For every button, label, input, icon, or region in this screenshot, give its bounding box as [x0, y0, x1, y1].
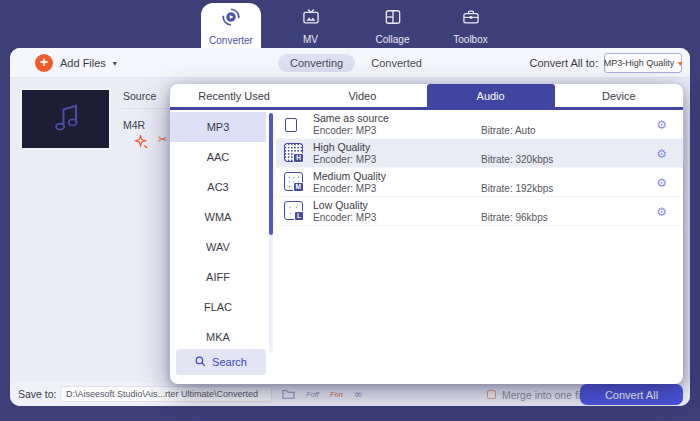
popup-tab-label: Audio — [477, 90, 505, 102]
hw-accel-off-icon[interactable]: Foff — [306, 390, 319, 399]
profile-name: High Quality — [313, 141, 370, 153]
tab-toolbox-label: Toolbox — [453, 34, 487, 45]
hw-accel-on-icon[interactable]: Fon — [330, 390, 343, 399]
profile-row[interactable]: Medium Quality Encoder: MP3 Bitrate: 192… — [276, 168, 683, 197]
collage-grid-icon — [383, 7, 403, 31]
gear-icon[interactable]: ⚙ — [656, 118, 667, 132]
file-format-label: M4R — [123, 119, 145, 131]
search-icon — [195, 356, 206, 369]
profile-bitrate: Bitrate: 96kbps — [481, 212, 548, 223]
format-item[interactable]: MKA — [170, 322, 266, 352]
music-note-icon — [46, 98, 86, 140]
format-item[interactable]: AAC — [170, 142, 266, 172]
output-profile-value: MP3-High Quality — [604, 58, 675, 68]
merge-checkbox[interactable] — [487, 390, 496, 399]
toolbox-briefcase-icon — [461, 7, 481, 31]
popup-tab[interactable]: Video — [298, 84, 426, 107]
convert-all-button[interactable]: Convert All — [580, 384, 683, 405]
format-item[interactable]: AIFF — [170, 262, 266, 292]
search-label: Search — [212, 356, 247, 368]
format-item[interactable]: MP3 — [170, 112, 266, 142]
converter-icon — [220, 6, 242, 32]
search-button[interactable]: Search — [176, 349, 266, 375]
format-picker-popup: Recently Used Video Audio Device — [170, 84, 683, 384]
popup-body: MP3 AAC AC3 WMA — [170, 110, 683, 381]
profile-list: Same as source Encoder: MP3 Bitrate: Aut… — [276, 110, 683, 381]
chevron-down-icon: ▾ — [678, 59, 682, 68]
format-list: MP3 AAC AC3 WMA — [170, 112, 276, 352]
format-item-label: WMA — [205, 211, 232, 223]
output-profile-dropdown[interactable]: MP3-High Quality ▾ — [604, 53, 682, 73]
format-item[interactable]: WAV — [170, 232, 266, 262]
loop-icon[interactable]: ∞ — [354, 388, 363, 401]
format-item[interactable]: AC3 — [170, 172, 266, 202]
profile-row[interactable]: Low Quality Encoder: MP3 Bitrate: 96kbps… — [276, 197, 683, 226]
format-item-label: MKA — [206, 331, 230, 343]
profile-bitrate: Bitrate: 192kbps — [481, 183, 553, 194]
tab-mv-label: MV — [303, 34, 318, 45]
popup-tab[interactable]: Audio — [427, 84, 555, 107]
gear-icon[interactable]: ⚙ — [656, 205, 667, 219]
file-source-label: Source — [123, 90, 156, 102]
format-item-label: WAV — [206, 241, 230, 253]
tab-mv[interactable]: MV — [283, 6, 338, 46]
tab-toolbox[interactable]: Toolbox — [443, 6, 498, 46]
gear-icon[interactable]: ⚙ — [656, 147, 667, 161]
scrollbar-thumb[interactable] — [269, 113, 273, 235]
profile-bitrate: Bitrate: 320kbps — [481, 154, 553, 165]
profile-encoder: Encoder: MP3 — [313, 154, 376, 165]
popup-tab-label: Recently Used — [198, 90, 270, 102]
merge-label: Merge into one file — [502, 389, 588, 401]
tab-converter[interactable]: Converter — [201, 3, 261, 48]
add-files-button[interactable]: + Add Files ▾ — [35, 48, 117, 78]
profile-quality-icon — [284, 143, 303, 162]
convert-all-to-group: Convert All to: MP3-High Quality ▾ — [530, 48, 682, 78]
converting-tab[interactable]: Converting — [278, 54, 355, 72]
popup-tab-label: Video — [348, 90, 376, 102]
profile-encoder: Encoder: MP3 — [313, 125, 376, 136]
footer-icons: Foff Fon ∞ — [282, 383, 363, 406]
open-folder-icon[interactable] — [282, 386, 295, 404]
profile-name: Low Quality — [313, 199, 368, 211]
edit-wand-icon[interactable] — [134, 135, 148, 153]
profile-row[interactable]: Same as source Encoder: MP3 Bitrate: Aut… — [276, 110, 683, 139]
format-item-label: AAC — [207, 151, 230, 163]
tab-converter-label: Converter — [209, 35, 253, 46]
format-item[interactable]: FLAC — [170, 292, 266, 322]
profile-name: Same as source — [313, 112, 389, 124]
popup-tabs: Recently Used Video Audio Device — [170, 84, 683, 110]
profile-quality-icon — [284, 172, 303, 191]
format-sidebar: MP3 AAC AC3 WMA — [170, 110, 276, 381]
toolbar: + Add Files ▾ Converting Converted Conve… — [10, 48, 690, 78]
converted-tab[interactable]: Converted — [371, 57, 422, 69]
mv-tv-icon — [301, 7, 321, 31]
profile-row[interactable]: High Quality Encoder: MP3 Bitrate: 320kb… — [276, 139, 683, 168]
format-item-label: AIFF — [206, 271, 230, 283]
profile-encoder: Encoder: MP3 — [313, 212, 376, 223]
file-thumbnail — [20, 88, 111, 150]
tab-collage[interactable]: Collage — [365, 6, 420, 46]
format-item-label: AC3 — [207, 181, 228, 193]
cut-scissors-icon[interactable]: ✂ — [158, 133, 167, 146]
format-item[interactable]: WMA — [170, 202, 266, 232]
profile-encoder: Encoder: MP3 — [313, 183, 376, 194]
popup-tab[interactable]: Recently Used — [170, 84, 298, 107]
profile-quality-icon — [284, 201, 303, 220]
add-files-label: Add Files — [60, 57, 106, 69]
format-list-scrollbar[interactable] — [269, 113, 273, 353]
format-item-label: MP3 — [207, 121, 230, 133]
convert-all-to-label: Convert All to: — [530, 57, 598, 69]
profile-bitrate: Bitrate: Auto — [481, 125, 535, 136]
profile-quality-icon — [284, 114, 303, 133]
popup-tab[interactable]: Device — [555, 84, 683, 107]
chevron-down-icon[interactable]: ▾ — [113, 59, 117, 68]
popup-tab-label: Device — [602, 90, 636, 102]
gear-icon[interactable]: ⚙ — [656, 176, 667, 190]
save-to-label: Save to: — [18, 383, 57, 406]
footer-bar: Save to: D:\Aiseesoft Studio\Ais...rter … — [10, 383, 690, 406]
app-window: Converter MV Collage — [0, 0, 700, 421]
merge-checkbox-group[interactable]: Merge into one file — [487, 383, 588, 406]
plus-circle-icon: + — [35, 54, 53, 72]
save-path-field[interactable]: D:\Aiseesoft Studio\Ais...rter Ultimate\… — [60, 386, 272, 402]
profile-name: Medium Quality — [313, 170, 386, 182]
